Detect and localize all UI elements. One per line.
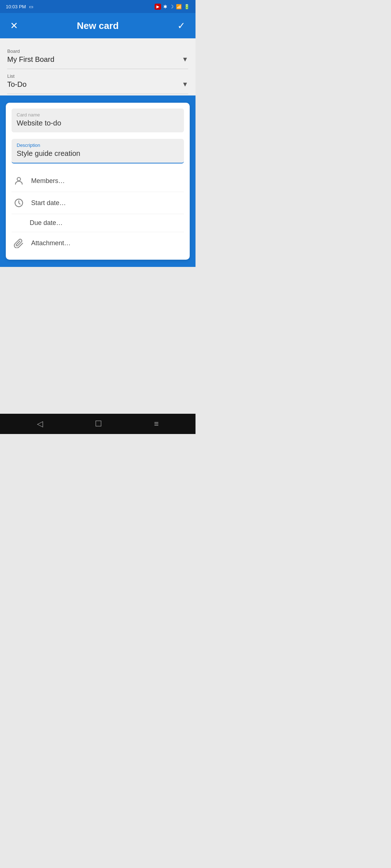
form-section: Board My First Board ▼ List To-Do ▼: [0, 38, 196, 95]
start-date-icon: [13, 197, 25, 209]
home-button[interactable]: ☐: [88, 416, 109, 431]
bottom-area: [0, 267, 196, 414]
clock-icon: [14, 198, 24, 208]
card-name-field[interactable]: Card name Website to-do: [12, 109, 184, 132]
attachment-icon: [13, 237, 25, 249]
paperclip-icon: [14, 238, 24, 248]
card-name-value: Website to-do: [17, 119, 179, 127]
confirm-button[interactable]: ✓: [175, 18, 188, 33]
wifi-icon: 📶: [176, 4, 182, 9]
board-field-row[interactable]: My First Board ▼: [7, 55, 188, 69]
attachment-text: Attachment…: [31, 239, 71, 247]
board-label: Board: [7, 48, 188, 54]
list-label: List: [7, 73, 188, 79]
page-title: New card: [77, 20, 119, 31]
description-label: Description: [17, 142, 179, 148]
members-text: Members…: [31, 177, 65, 185]
status-bar: 10:03 PM ▭ ▶ ✱ ☽ 📶 🔋: [0, 0, 196, 13]
members-row[interactable]: Members…: [12, 170, 184, 192]
card-name-placeholder: Card name: [17, 112, 179, 118]
start-date-text: Start date…: [31, 199, 66, 207]
blue-area: Card name Website to-do Description Styl…: [0, 95, 196, 267]
board-dropdown-arrow: ▼: [182, 56, 188, 63]
status-bar-right: ▶ ✱ ☽ 📶 🔋: [155, 4, 190, 10]
attachment-row[interactable]: Attachment…: [12, 232, 184, 254]
due-date-text: Due date…: [30, 219, 63, 227]
due-date-row[interactable]: Due date…: [12, 214, 184, 232]
menu-button[interactable]: ≡: [147, 416, 166, 431]
battery-icon: 🔋: [184, 4, 190, 9]
list-value: To-Do: [7, 80, 26, 89]
board-value: My First Board: [7, 55, 54, 64]
person-icon: [14, 176, 24, 186]
record-icon: ▶: [155, 4, 161, 10]
list-field-row[interactable]: To-Do ▼: [7, 80, 188, 94]
bluetooth-icon: ✱: [163, 4, 167, 9]
description-value: Style guide creation: [17, 149, 179, 158]
description-field[interactable]: Description Style guide creation: [12, 139, 184, 163]
app-header: ✕ New card ✓: [0, 13, 196, 38]
moon-icon: ☽: [169, 4, 174, 9]
close-button[interactable]: ✕: [7, 18, 21, 33]
status-bar-left: 10:03 PM ▭: [6, 4, 33, 9]
time-display: 10:03 PM: [6, 4, 26, 9]
svg-point-0: [17, 178, 20, 181]
list-dropdown-arrow: ▼: [182, 81, 188, 88]
members-icon: [13, 175, 25, 187]
back-button[interactable]: ◁: [30, 416, 50, 431]
nav-bar: ◁ ☐ ≡: [0, 414, 196, 434]
white-card: Card name Website to-do Description Styl…: [6, 103, 190, 260]
camera-icon: ▭: [29, 4, 33, 9]
start-date-row[interactable]: Start date…: [12, 192, 184, 214]
